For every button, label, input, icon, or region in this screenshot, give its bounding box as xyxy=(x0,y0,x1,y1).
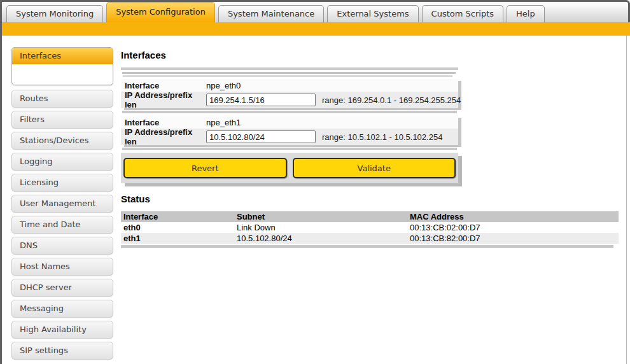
ip-address-row: IP Address/prefix lenrange: 10.5.102.1 -… xyxy=(121,129,458,145)
group-separator-bar xyxy=(122,148,457,150)
sidebar-item-routes[interactable]: Routes xyxy=(11,90,113,108)
tab-system-maintenance[interactable]: System Maintenance xyxy=(218,5,324,22)
status-table: InterfaceSubnetMAC Address eth0Link Down… xyxy=(121,211,619,244)
sidebar-item-licensing[interactable]: Licensing xyxy=(11,174,113,192)
yellow-banner xyxy=(0,22,630,36)
page-title: Interfaces xyxy=(121,50,619,60)
ip-range-hint: range: 169.254.0.1 - 169.254.255.254 xyxy=(322,95,461,105)
sidebar-item-time-and-date[interactable]: Time and Date xyxy=(11,216,113,234)
validate-button[interactable]: Validate xyxy=(293,158,456,178)
interface-form-list: Interfacenpe_eth0IP Address/prefix lenra… xyxy=(121,79,619,150)
sidebar-item-list: RoutesFiltersStations/DevicesLoggingLice… xyxy=(11,90,113,360)
status-row-eth0: eth0Link Down00:13:CB:02:00:D7 xyxy=(121,222,619,233)
interface-name-row: Interfacenpe_eth0 xyxy=(121,79,458,92)
sidebar-item-logging[interactable]: Logging xyxy=(11,153,113,171)
status-cell: 00:13:CB:82:00:D7 xyxy=(407,233,619,244)
tab-help[interactable]: Help xyxy=(507,5,545,22)
sidebar-item-high-availability[interactable]: High Availability xyxy=(11,321,113,339)
interface-group-npe-eth0: Interfacenpe_eth0IP Address/prefix lenra… xyxy=(121,79,458,108)
main-content: Interfaces Interfacenpe_eth0IP Address/p… xyxy=(121,50,619,248)
sidebar-item-stations-devices[interactable]: Stations/Devices xyxy=(11,132,113,150)
sidebar-nav: Interfaces RoutesFiltersStations/Devices… xyxy=(11,47,113,363)
interface-name-row: Interfacenpe_eth1 xyxy=(121,116,458,129)
status-col-subnet: Subnet xyxy=(234,211,407,222)
interface-group-npe-eth1: Interfacenpe_eth1IP Address/prefix lenra… xyxy=(121,116,458,145)
status-col-interface: Interface xyxy=(121,211,234,222)
sidebar-item-filters[interactable]: Filters xyxy=(11,111,113,129)
tab-bar: System MonitoringSystem ConfigurationSys… xyxy=(0,0,630,22)
sidebar-item-dhcp-server[interactable]: DHCP server xyxy=(11,279,113,297)
sidebar-item-sip-settings[interactable]: SIP settings xyxy=(11,342,113,360)
status-cell: Link Down xyxy=(234,222,407,233)
status-col-mac-address: MAC Address xyxy=(407,211,619,222)
stacked-panel-decoration xyxy=(121,67,458,77)
status-row-eth1: eth110.5.102.80/2400:13:CB:82:00:D7 xyxy=(121,233,619,244)
interface-name-value: npe_eth0 xyxy=(206,81,241,90)
sidebar-item-messaging[interactable]: Messaging xyxy=(11,300,113,318)
status-cell: eth0 xyxy=(121,222,234,233)
tab-custom-scripts[interactable]: Custom Scripts xyxy=(422,5,503,22)
status-table-header-row: InterfaceSubnetMAC Address xyxy=(121,211,619,222)
content-right-border xyxy=(626,36,627,364)
ip-address-input-npe-eth1[interactable] xyxy=(206,130,316,143)
ip-address-row: IP Address/prefix lenrange: 169.254.0.1 … xyxy=(121,92,458,108)
stack-bar xyxy=(123,75,452,77)
status-cell: 10.5.102.80/24 xyxy=(234,233,407,244)
interface-field-label: Interface xyxy=(125,81,206,90)
sidebar-item-interfaces-box: Interfaces xyxy=(11,47,113,85)
interface-field-label: Interface xyxy=(125,118,206,127)
sidebar-item-host-names[interactable]: Host Names xyxy=(11,258,113,276)
status-cell: 00:13:CB:02:00:D7 xyxy=(407,222,619,233)
ip-field-label: IP Address/prefix len xyxy=(125,127,206,146)
sidebar-item-user-management[interactable]: User Management xyxy=(11,195,113,213)
tab-list: System MonitoringSystem ConfigurationSys… xyxy=(6,2,548,22)
tab-system-monitoring[interactable]: System Monitoring xyxy=(6,5,103,22)
ip-address-input-npe-eth0[interactable] xyxy=(206,94,316,106)
tab-external-systems[interactable]: External Systems xyxy=(327,5,418,22)
interface-name-value: npe_eth1 xyxy=(206,118,241,127)
stack-bar xyxy=(122,72,456,74)
sidebar-item-interfaces[interactable]: Interfaces xyxy=(12,48,113,64)
status-title: Status xyxy=(121,193,619,204)
sidebar-item-dns[interactable]: DNS xyxy=(11,237,113,255)
status-table-footer-bar xyxy=(121,245,613,248)
status-cell: eth1 xyxy=(121,233,234,244)
revert-button[interactable]: Revert xyxy=(123,158,287,178)
stack-bar xyxy=(121,67,458,70)
form-button-strip: Revert Validate xyxy=(121,153,458,183)
ip-range-hint: range: 10.5.102.1 - 10.5.102.254 xyxy=(322,132,442,142)
tab-system-configuration[interactable]: System Configuration xyxy=(106,2,215,22)
group-separator-bar xyxy=(122,111,457,113)
window-left-border xyxy=(0,0,2,364)
ip-field-label: IP Address/prefix len xyxy=(125,90,206,109)
